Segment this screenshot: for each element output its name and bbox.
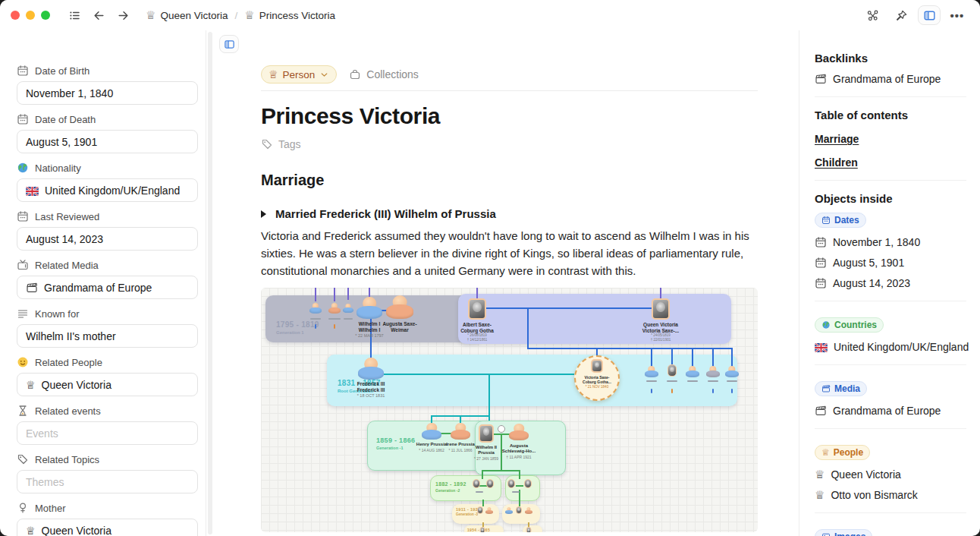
back-arrow-icon[interactable]	[90, 6, 108, 24]
property-label[interactable]: Known for	[17, 307, 198, 320]
property-value-input[interactable]: ♕Queen Victoria	[17, 373, 198, 396]
backlinks-title: Backlinks	[815, 52, 966, 65]
toc-title: Table of contents	[815, 109, 966, 121]
toc-link[interactable]: Marriage	[815, 133, 966, 145]
tree-person-date: * 21 NOV 1840	[586, 385, 608, 389]
tags-label: Tags	[278, 138, 301, 150]
property-value-input[interactable]: August 5, 1901	[17, 130, 198, 153]
group-pill[interactable]: Dates	[815, 213, 866, 228]
property-value-input[interactable]: Themes	[17, 470, 198, 493]
property-value: Wilhelm II's mother	[26, 330, 116, 342]
property-label-text: Related People	[35, 357, 102, 368]
property-label[interactable]: Last Reviewed	[17, 210, 198, 223]
property-label[interactable]: Related Media	[17, 258, 198, 272]
forward-arrow-icon[interactable]	[114, 6, 132, 24]
property-value-input[interactable]: Wilhelm II's mother	[17, 324, 198, 348]
object-type-label: Person	[283, 69, 316, 80]
property-label[interactable]: Date of Birth	[17, 64, 198, 77]
breadcrumb-item[interactable]: ♕Queen Victoria	[146, 10, 228, 21]
object-item[interactable]: August 14, 2023	[815, 277, 966, 289]
more-menu-button[interactable]: •••	[948, 6, 966, 24]
uk-flag-icon	[815, 342, 828, 352]
group-pill[interactable]: Media	[815, 381, 867, 396]
backlink-label: Grandmama of Europe	[833, 73, 941, 85]
property-label[interactable]: Date of Death	[17, 112, 198, 126]
tv-icon	[17, 259, 29, 271]
property-label[interactable]: Related Topics	[17, 452, 198, 466]
collections-button[interactable]: Collections	[349, 68, 418, 80]
object-item[interactable]: ♕Otto von Bismarck	[815, 489, 966, 501]
right-panel: Backlinks Grandmama of Europe Table of c…	[799, 30, 980, 536]
property-value-input[interactable]: Grandmama of Europe	[17, 276, 198, 299]
object-type-pill[interactable]: ♕ Person	[261, 65, 337, 84]
tree-person-name: Albert Saxe- Coburg Gotha	[460, 322, 494, 334]
sidebar-scrollbar[interactable]	[208, 32, 212, 534]
backlink-item[interactable]: Grandmama of Europe	[815, 73, 966, 85]
tree-generation-label: Generation 1	[276, 330, 304, 335]
property-label[interactable]: Related People	[17, 355, 198, 369]
toc-link[interactable]: Children	[815, 156, 966, 169]
object-item[interactable]: Grandmama of Europe	[815, 405, 966, 417]
property-value-input[interactable]: November 1, 1840	[17, 81, 198, 105]
group-pill[interactable]: Images	[815, 529, 872, 536]
minimize-window-button[interactable]	[26, 11, 35, 20]
object-item[interactable]: August 5, 1901	[815, 257, 966, 269]
property-value-input[interactable]: ♕Queen Victoria	[17, 519, 198, 536]
close-window-button[interactable]	[11, 11, 20, 20]
tree-photo	[507, 479, 515, 488]
toggle-triangle-icon[interactable]	[261, 210, 266, 218]
property-label[interactable]: Nationality	[17, 161, 198, 175]
toggle-block[interactable]: Married Frederick (III) Wilhelm of Pruss…	[261, 207, 758, 220]
toggle-right-panel-button[interactable]	[918, 5, 941, 25]
tags-row[interactable]: Tags	[261, 138, 758, 150]
group-pill[interactable]: ♕People	[815, 445, 870, 460]
property-value-input[interactable]: Events	[17, 421, 198, 445]
breadcrumb-item[interactable]: ♕Princess Victoria	[244, 10, 335, 21]
divider	[815, 512, 966, 513]
image-icon	[821, 532, 831, 536]
tree-avatar	[422, 423, 441, 440]
pin-icon[interactable]	[892, 6, 910, 24]
clapper-icon	[815, 73, 827, 85]
property-field: Related MediaGrandmama of Europe	[17, 258, 198, 299]
property-label-text: Related events	[35, 405, 101, 417]
zoom-window-button[interactable]	[41, 11, 50, 20]
globe-icon	[821, 320, 831, 329]
group-pill-label: Media	[834, 383, 860, 394]
objects-group: DatesNovember 1, 1840August 5, 1901Augus…	[815, 208, 966, 289]
property-value-input[interactable]: United Kingdom/UK/England	[17, 178, 198, 202]
face-icon	[17, 356, 29, 368]
clapper-icon	[815, 405, 827, 417]
graph-icon[interactable]	[863, 6, 881, 24]
tree-avatar	[357, 297, 382, 319]
tree-avatar	[328, 303, 341, 314]
group-pill[interactable]: Countries	[815, 317, 884, 333]
tree-avatar	[725, 366, 739, 377]
object-item[interactable]: United Kingdom/UK/England	[815, 341, 966, 353]
list-menu-icon[interactable]	[65, 6, 83, 24]
tree-range-label: 1859 - 1866	[376, 437, 415, 444]
tree-person-date: * 22 MAR 1797	[355, 333, 383, 339]
paragraph[interactable]: Victoria and Frederick assumed they woul…	[261, 227, 758, 279]
calendar-icon	[821, 216, 831, 225]
page-title[interactable]: Princess Victoria	[261, 103, 758, 129]
object-item[interactable]: November 1, 1840	[815, 236, 966, 248]
property-value-input[interactable]: August 14, 2023	[17, 227, 198, 251]
property-label-text: Nationality	[35, 162, 81, 174]
object-item[interactable]: ♕Queen Victoria	[815, 468, 966, 481]
object-type-bar: ♕ Person Collections	[261, 65, 758, 84]
tree-avatar	[309, 303, 322, 314]
section-heading-marriage[interactable]: Marriage	[261, 172, 758, 189]
object-item-label: United Kingdom/UK/England	[834, 341, 969, 353]
objects-group: CountriesUnited Kingdom/UK/England	[815, 313, 966, 353]
tree-person-date: * 24/05/1819 † 22/01/1901	[651, 333, 671, 342]
family-tree-image[interactable]: 1795 - 1819 Generation 1 1831 - 1857 Roo…	[261, 288, 758, 532]
property-label[interactable]: Mother	[17, 501, 198, 515]
tree-person-date: * 26/08/1819 † 14/12/1861	[467, 333, 487, 342]
tree-range-label: 1954 - 1965	[467, 528, 490, 532]
property-label[interactable]: Related events	[17, 404, 198, 418]
toggle-left-panel-button[interactable]	[219, 35, 239, 53]
objects-group: ♕People♕Queen Victoria♕Otto von Bismarck	[815, 440, 966, 501]
tree-person-name: Augusta Saxe- Weimar	[382, 321, 416, 333]
object-item-label: Queen Victoria	[831, 468, 900, 481]
